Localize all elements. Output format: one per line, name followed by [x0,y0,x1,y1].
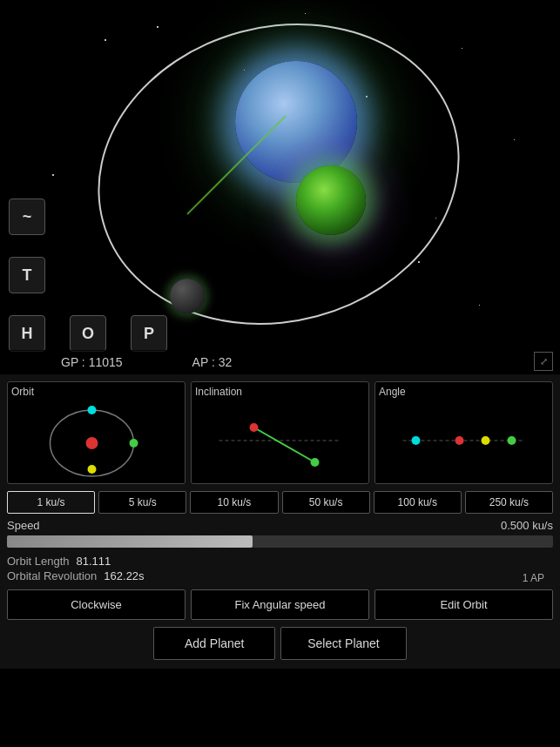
svg-point-7 [250,423,259,432]
svg-point-4 [88,465,97,474]
orbit-length-label: Orbit Length [7,555,70,568]
space-view: ~ T H O P GP : 11015 AP : 32 ⤢ [0,0,560,374]
angle-svg [379,401,549,480]
inclination-canvas [195,401,365,480]
speed-bar-container[interactable] [7,535,553,548]
orbit-length-row: Orbit Length 81.111 [7,555,276,568]
action-buttons: Clockwise Fix Angular speed Edit Orbit [7,589,553,620]
h-button[interactable]: H [9,315,45,352]
speed-value: 0.500 ku/s [501,519,553,532]
speed-btn-5[interactable]: 5 ku/s [98,491,186,514]
orbit-panel-title: Orbit [11,386,181,398]
angle-panel-title: Angle [379,386,549,398]
orbit-length-value: 81.111 [77,555,111,568]
orbit-panels: Orbit Inclination [7,381,553,484]
svg-point-12 [482,436,490,445]
speed-btn-250[interactable]: 250 ku/s [465,491,553,514]
edit-orbit-button[interactable]: Edit Orbit [374,589,553,620]
green-planet[interactable] [296,165,366,235]
speed-btn-100[interactable]: 100 ku/s [374,491,462,514]
svg-point-11 [455,436,464,445]
bottom-buttons: Add Planet Select Planet [7,627,553,660]
svg-point-2 [88,406,97,414]
ap-value: AP : 32 [192,355,233,369]
orbit-canvas [11,401,181,480]
orbital-revolution-value: 162.22s [104,569,144,582]
inclination-svg [195,401,365,480]
orbital-revolution-label: Orbital Revolution [7,569,97,582]
select-planet-button[interactable]: Select Planet [280,627,407,660]
o-button[interactable]: O [70,315,106,352]
orbit-ellipse [64,0,494,365]
clockwise-button[interactable]: Clockwise [7,589,186,620]
star [305,13,306,14]
star [479,305,480,306]
speed-label: Speed [7,519,40,532]
star [514,139,515,140]
speed-btn-50[interactable]: 50 ku/s [282,491,370,514]
star [105,39,106,41]
t-button[interactable]: T [9,257,45,293]
blue-planet[interactable] [235,61,357,183]
collapse-icon[interactable]: ⤢ [534,352,553,371]
svg-point-1 [86,437,98,449]
add-planet-button[interactable]: Add Planet [153,627,275,660]
speed-btn-10[interactable]: 10 ku/s [190,491,278,514]
speed-buttons: 1 ku/s 5 ku/s 10 ku/s 50 ku/s 100 ku/s 2… [7,491,553,514]
tilde-button[interactable]: ~ [9,199,45,235]
star [52,174,54,176]
svg-point-10 [412,436,421,445]
bottom-panel: Orbit Inclination [0,374,560,669]
angle-canvas [379,401,549,480]
ap-cost-label: 1 AP [276,572,554,584]
info-col: Orbit Length 81.111 Orbital Revolution 1… [7,555,276,584]
angle-panel: Angle [374,381,553,484]
svg-line-6 [254,427,315,462]
orbit-svg [11,401,181,480]
speed-row: Speed 0.500 ku/s [7,519,553,532]
fix-angular-button[interactable]: Fix Angular speed [191,589,369,620]
p-button[interactable]: P [131,315,167,352]
star [157,26,159,28]
gp-ap-bar: GP : 11015 AP : 32 [0,350,560,374]
speed-btn-1[interactable]: 1 ku/s [7,491,95,514]
info-rows: Orbit Length 81.111 Orbital Revolution 1… [7,555,553,584]
svg-point-3 [130,439,138,448]
star [462,48,462,49]
svg-point-8 [311,458,320,467]
speed-bar-fill [7,535,253,548]
inclination-panel: Inclination [191,381,369,484]
star [418,261,420,263]
dark-planet[interactable] [170,279,205,313]
orbital-revolution-row: Orbital Revolution 162.22s [7,569,276,582]
svg-point-13 [508,436,516,445]
orbit-panel: Orbit [7,381,186,484]
inclination-panel-title: Inclination [195,386,365,398]
gp-value: GP : 11015 [61,355,123,369]
